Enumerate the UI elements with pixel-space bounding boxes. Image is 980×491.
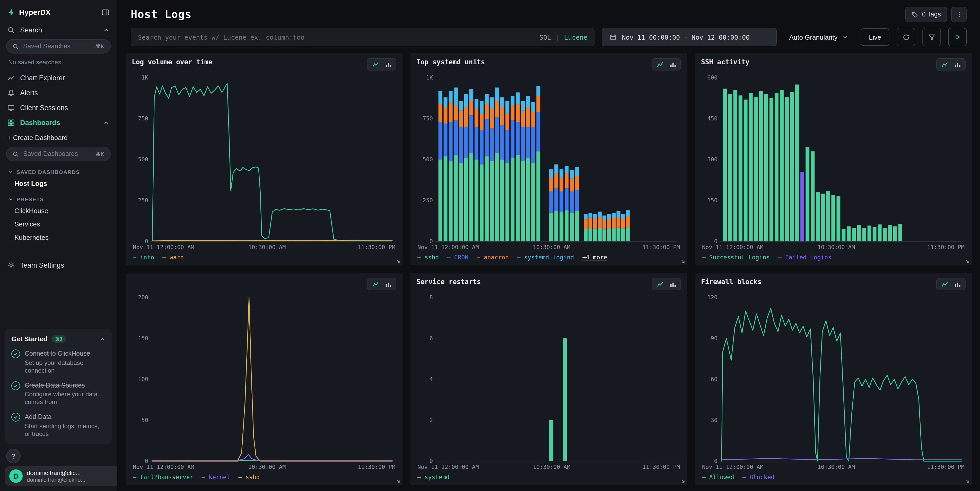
resize-handle[interactable] bbox=[964, 258, 970, 264]
shortcut-hint: ⌘K bbox=[95, 151, 105, 157]
legend-item[interactable]: — systemd-logind bbox=[517, 254, 574, 261]
resize-handle[interactable] bbox=[680, 478, 686, 484]
legend-item[interactable]: — warn bbox=[162, 254, 184, 261]
svg-text:1K: 1K bbox=[142, 75, 148, 81]
sidebar-item-services[interactable]: Services bbox=[0, 218, 117, 231]
sidebar-item-clickhouse[interactable]: ClickHouse bbox=[0, 204, 117, 218]
chart-plot[interactable]: 02505007501KNov 11 12:00:00 AM10:30:00 A… bbox=[417, 74, 681, 252]
resize-handle[interactable] bbox=[395, 258, 401, 264]
hyperdx-logo[interactable]: HyperDX bbox=[7, 8, 51, 16]
chart-card: Firewall blocks 0306090120Nov 11 12:00:0… bbox=[695, 273, 972, 485]
check-circle-icon bbox=[11, 350, 20, 358]
bar-chart-toggle[interactable] bbox=[668, 61, 677, 68]
chart-plot[interactable]: 0306090120Nov 11 12:00:00 AM10:30:00 AM1… bbox=[701, 293, 966, 472]
more-options-button[interactable] bbox=[951, 7, 967, 22]
query-language-switch: SQL | Lucene bbox=[539, 33, 587, 41]
bar-chart-toggle[interactable] bbox=[383, 281, 393, 288]
collapse-sidebar-icon[interactable] bbox=[102, 8, 110, 16]
chevron-down-icon bbox=[8, 169, 13, 175]
resize-handle[interactable] bbox=[680, 258, 686, 264]
svg-text:0: 0 bbox=[145, 458, 148, 464]
chart-legend: — sshd— CRON— anacron— systemd-logind+4 … bbox=[417, 252, 681, 261]
svg-text:11:30:00 PM: 11:30:00 PM bbox=[358, 464, 395, 470]
get-started-step[interactable]: Create Data Sources Configure where your… bbox=[11, 380, 105, 406]
bar-chart-toggle[interactable] bbox=[953, 281, 962, 288]
svg-text:450: 450 bbox=[707, 115, 718, 122]
app-name: HyperDX bbox=[19, 8, 51, 16]
user-menu[interactable]: D dominic.tran@clic... dominic.tran@clic… bbox=[5, 466, 117, 486]
bar-chart-toggle[interactable] bbox=[953, 61, 962, 68]
sidebar-item-kubernetes[interactable]: Kubernetes bbox=[0, 231, 117, 245]
time-range-picker[interactable]: Nov 11 00:00:00 - Nov 12 00:00:00 bbox=[602, 28, 777, 46]
create-dashboard-button[interactable]: + Create Dashboard bbox=[0, 130, 117, 145]
funnel-icon bbox=[928, 33, 935, 41]
line-chart-toggle[interactable] bbox=[371, 281, 380, 288]
language-divider: | bbox=[555, 33, 560, 41]
gear-icon bbox=[7, 261, 15, 269]
bar-chart-toggle[interactable] bbox=[383, 61, 393, 68]
legend-item[interactable]: — fail2ban-server bbox=[133, 474, 193, 481]
chart-card-header bbox=[132, 278, 396, 293]
get-started-step[interactable]: Add Data Start sending logs, metrics, or… bbox=[11, 412, 105, 438]
legend-item[interactable]: — systemd bbox=[417, 474, 450, 481]
saved-dashboards-input[interactable]: Saved Dashboards ⌘K bbox=[6, 147, 111, 161]
resize-handle[interactable] bbox=[395, 478, 401, 484]
chart-legend: — Allowed— Blocked bbox=[701, 472, 966, 481]
bar-chart-toggle[interactable] bbox=[668, 281, 677, 288]
user-name: dominic.tran@clic... bbox=[27, 469, 86, 477]
refresh-button[interactable] bbox=[897, 28, 915, 46]
resize-handle[interactable] bbox=[964, 478, 970, 484]
legend-item[interactable]: — Allowed bbox=[702, 474, 734, 481]
filter-button[interactable] bbox=[922, 28, 941, 46]
chart-plot[interactable]: 0150300450600Nov 11 12:00:00 AM10:30:00 … bbox=[701, 74, 966, 252]
sidebar-item-dashboards[interactable]: Dashboards bbox=[0, 115, 117, 130]
legend-item[interactable]: — Failed Logins bbox=[778, 254, 832, 261]
get-started-step[interactable]: Connect to ClickHouse Set up your databa… bbox=[11, 348, 105, 374]
help-button[interactable]: ? bbox=[6, 449, 21, 463]
sidebar-item-label: Alerts bbox=[20, 89, 38, 97]
step-desc: Start sending logs, metrics, or traces bbox=[25, 423, 105, 438]
chart-plot[interactable]: 02468Nov 11 12:00:00 AM10:30:00 AM11:30:… bbox=[417, 293, 681, 472]
line-chart-toggle[interactable] bbox=[940, 281, 949, 288]
lucene-toggle[interactable]: Lucene bbox=[564, 33, 587, 41]
legend-item[interactable]: — sshd bbox=[417, 254, 439, 261]
legend-item[interactable]: — sshd bbox=[238, 474, 260, 481]
sql-toggle[interactable]: SQL bbox=[539, 33, 551, 41]
legend-item[interactable]: — kernel bbox=[202, 474, 230, 481]
granularity-select[interactable]: Auto Granularity bbox=[784, 28, 853, 46]
legend-item[interactable]: — anacron bbox=[477, 254, 509, 261]
sidebar-item-host-logs[interactable]: Host Logs bbox=[0, 177, 117, 191]
sidebar-item-alerts[interactable]: Alerts bbox=[0, 86, 117, 100]
chart-plot[interactable]: 02505007501KNov 11 12:00:00 AM10:30:00 A… bbox=[132, 74, 396, 252]
legend-item[interactable]: — CRON bbox=[447, 254, 468, 261]
svg-text:0: 0 bbox=[714, 238, 718, 245]
sidebar-item-client-sessions[interactable]: Client Sessions bbox=[0, 100, 117, 115]
legend-item[interactable]: — Successful Logins bbox=[702, 254, 770, 261]
presets-section[interactable]: PRESETS bbox=[0, 191, 117, 204]
sidebar-item-search[interactable]: Search bbox=[0, 23, 117, 38]
svg-text:4: 4 bbox=[430, 376, 433, 382]
avatar: D bbox=[9, 469, 23, 483]
chart-title: Top systemd units bbox=[417, 58, 485, 66]
tags-button[interactable]: 0 Tags bbox=[905, 7, 947, 22]
legend-item[interactable]: — Blocked bbox=[743, 474, 775, 481]
line-chart-toggle[interactable] bbox=[655, 61, 665, 68]
saved-searches-input[interactable]: Saved Searches ⌘K bbox=[6, 39, 111, 54]
saved-dashboards-section[interactable]: SAVED DASHBOARDS bbox=[0, 163, 117, 177]
chart-type-toggle bbox=[936, 58, 966, 70]
line-chart-toggle[interactable] bbox=[940, 61, 949, 68]
sidebar-item-label: Chart Explorer bbox=[20, 74, 65, 82]
svg-text:120: 120 bbox=[707, 294, 718, 300]
line-chart-toggle[interactable] bbox=[371, 61, 380, 68]
get-started-header[interactable]: Get Started 3/3 bbox=[11, 335, 105, 343]
line-chart-toggle[interactable] bbox=[655, 281, 665, 288]
legend-more[interactable]: +4 more bbox=[582, 254, 607, 261]
sidebar-item-team-settings[interactable]: Team Settings bbox=[0, 258, 117, 273]
chart-plot[interactable]: 050100150200Nov 11 12:00:00 AM10:30:00 A… bbox=[132, 293, 396, 472]
event-search-input[interactable]: Search your events w/ Lucene ex. column:… bbox=[131, 28, 595, 46]
run-query-button[interactable] bbox=[948, 28, 967, 46]
legend-item[interactable]: — info bbox=[133, 254, 154, 261]
svg-text:11:30:00 PM: 11:30:00 PM bbox=[927, 244, 964, 250]
sidebar-item-chart-explorer[interactable]: Chart Explorer bbox=[0, 70, 117, 86]
live-button[interactable]: Live bbox=[861, 28, 889, 46]
